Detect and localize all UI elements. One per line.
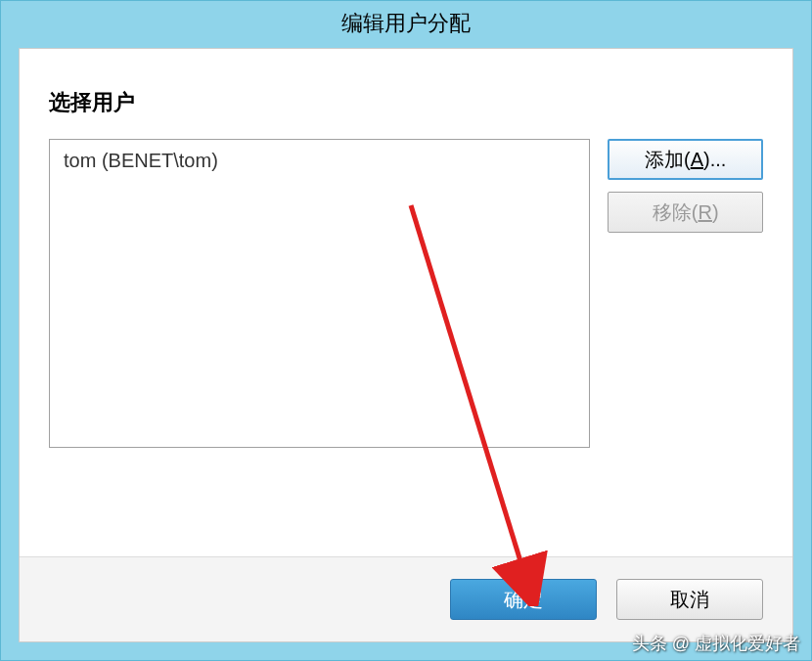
user-row: tom (BENET\tom) 添加(A)... 移除(R) <box>49 139 763 448</box>
side-buttons: 添加(A)... 移除(R) <box>608 139 763 233</box>
content-area: 选择用户 tom (BENET\tom) 添加(A)... 移除(R) <box>19 48 793 642</box>
ok-button[interactable]: 确定 <box>450 579 597 620</box>
cancel-button[interactable]: 取消 <box>616 579 763 620</box>
dialog-window: 编辑用户分配 选择用户 tom (BENET\tom) 添加(A)... 移除(… <box>0 0 812 661</box>
remove-button: 移除(R) <box>608 192 763 233</box>
dialog-footer: 确定 取消 <box>20 556 792 641</box>
section-label: 选择用户 <box>49 88 763 117</box>
main-panel: 选择用户 tom (BENET\tom) 添加(A)... 移除(R) <box>20 49 792 556</box>
user-list[interactable]: tom (BENET\tom) <box>49 139 590 448</box>
window-title: 编辑用户分配 <box>341 9 471 38</box>
list-item[interactable]: tom (BENET\tom) <box>64 150 575 172</box>
title-bar: 编辑用户分配 <box>1 1 811 46</box>
add-button[interactable]: 添加(A)... <box>608 139 763 180</box>
